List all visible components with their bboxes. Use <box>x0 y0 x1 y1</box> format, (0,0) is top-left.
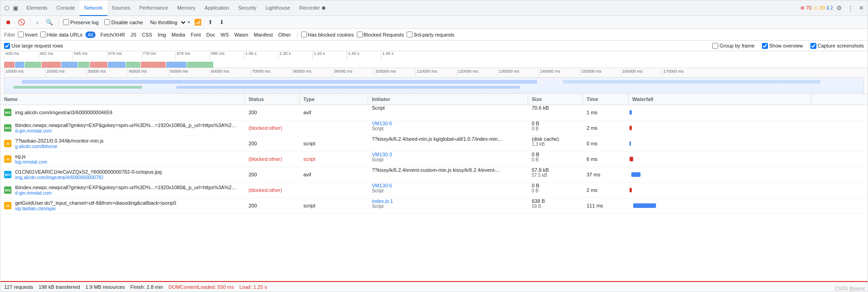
capture-screenshots-checkbox[interactable] <box>810 43 816 49</box>
show-overview-checkbox[interactable] <box>762 43 768 49</box>
filter-type-other[interactable]: Other <box>276 32 293 38</box>
invert-text: Invert <box>25 32 37 37</box>
filter-type-media[interactable]: Media <box>169 32 187 38</box>
initiator-secondary: Script <box>372 126 384 131</box>
blocked-requests-label[interactable]: Blocked Requests <box>357 32 404 37</box>
filter-all-btn[interactable]: All <box>85 32 95 38</box>
ruler-tick: 1.43 s <box>312 51 347 60</box>
clear-button[interactable]: 🚫 <box>16 17 27 27</box>
has-blocked-text: Has blocked cookies <box>308 32 354 37</box>
header-type[interactable]: Type <box>300 94 368 104</box>
hide-data-urls-label[interactable]: Hide data URLs <box>40 32 83 37</box>
group-by-frame-label[interactable]: Group by frame <box>712 43 754 49</box>
tab-network[interactable]: Network <box>79 0 107 16</box>
request-name: getGoldUser.do?_input_charset=utf-8&from… <box>15 200 176 206</box>
cell-status: 200 <box>245 198 300 213</box>
has-blocked-label[interactable]: Has blocked cookies <box>301 32 354 37</box>
third-party-checkbox[interactable] <box>407 32 413 37</box>
table-row[interactable]: IMGO1CN01VEARIC1HeCaVZQxS2_!!60000000007… <box>0 167 868 183</box>
search-button[interactable]: 🔍 <box>43 17 55 27</box>
cell-size: (disk cache)1.3 kB <box>528 136 583 151</box>
invert-checkbox[interactable] <box>18 32 24 37</box>
disable-cache-label[interactable]: Disable cache <box>102 19 145 25</box>
filter-type-manifest[interactable]: Manifest <box>252 32 275 38</box>
devtools-tab-bar: ⬡ ▣ ElementsConsoleNetworkSourcesPerform… <box>0 0 868 16</box>
filter-type-css[interactable]: CSS <box>140 32 155 38</box>
large-rows-checkbox[interactable] <box>4 43 10 49</box>
tab-memory[interactable]: Memory <box>173 0 200 16</box>
large-rows-label[interactable]: Use large request rows <box>4 43 63 49</box>
table-row[interactable]: IMGtbindex.newpc.newpcall?gmkey=EXP&goke… <box>0 121 868 136</box>
file-type-icon: IMG <box>4 124 11 132</box>
table-row[interactable]: IMGtbindex.newpc.newpcall?gmkey=EXP&goke… <box>0 183 868 198</box>
timeline-label: 70000 ms <box>251 69 292 76</box>
table-row[interactable]: IMGimg.alicdn.com/imgextra/i3/6000000004… <box>0 105 868 121</box>
settings-icon[interactable]: ⚙ <box>835 3 844 13</box>
cell-waterfall <box>629 183 683 198</box>
header-status[interactable]: Status <box>245 94 300 104</box>
cell-initiator: VM130:6Script <box>368 121 528 136</box>
table-row[interactable]: JSgetGoldUser.do?_input_charset=utf-8&fr… <box>0 198 868 214</box>
show-overview-label[interactable]: Show overview <box>762 43 803 49</box>
invert-label[interactable]: Invert <box>18 32 37 37</box>
hide-data-urls-checkbox[interactable] <box>40 32 46 37</box>
device-icon[interactable]: ▣ <box>11 3 20 13</box>
filter-type-fetch/xhr[interactable]: Fetch/XHR <box>98 32 127 38</box>
ruler-tick: 995 ms <box>210 51 244 60</box>
filter-type-img[interactable]: Img <box>155 32 168 38</box>
watermark: CSDN @jiayuc <box>835 286 865 291</box>
info-count: ℹ 2 <box>827 5 833 11</box>
tab-recorder--[interactable]: Recorder ⏺ <box>295 0 331 16</box>
timeline-overview[interactable]: 10000 ms20000 ms30000 ms40000 ms50000 ms… <box>0 68 868 94</box>
import-icon[interactable]: ⬆ <box>206 17 215 27</box>
cell-size: 638 B59 B <box>528 198 583 213</box>
header-time[interactable]: Time <box>583 94 629 104</box>
filter-type-js[interactable]: JS <box>128 32 139 38</box>
preserve-log-checkbox[interactable] <box>63 19 69 25</box>
ruler-bar <box>141 62 166 68</box>
more-icon[interactable]: ⋮ <box>846 3 855 13</box>
table-row[interactable]: JSeg.jslog.mmstat.com(blocked:other)scri… <box>0 152 868 167</box>
tab-security[interactable]: Security <box>233 0 261 16</box>
header-waterfall[interactable]: Waterfall <box>629 94 811 104</box>
tab-sources[interactable]: Sources <box>107 0 135 16</box>
filter-type-doc[interactable]: Doc <box>204 32 217 38</box>
cell-size: 0 B0 B <box>528 121 583 136</box>
filter-type-wasm[interactable]: Wasm <box>232 32 251 38</box>
close-devtools-icon[interactable]: ✕ <box>857 3 866 13</box>
tab-console[interactable]: Console <box>52 0 79 16</box>
tab-performance[interactable]: Performance <box>135 0 173 16</box>
has-blocked-checkbox[interactable] <box>301 32 307 37</box>
filter-type-font[interactable]: Font <box>188 32 203 38</box>
disable-cache-checkbox[interactable] <box>104 19 110 25</box>
third-party-label[interactable]: 3rd-party requests <box>407 32 454 37</box>
cell-name: IMGtbindex.newpc.newpcall?gmkey=EXP&goke… <box>0 121 245 136</box>
blocked-requests-checkbox[interactable] <box>357 32 363 37</box>
export-icon[interactable]: ⬇ <box>217 17 227 27</box>
table-row[interactable]: JS??taobao-2021/0.0.34/lib/monitor-min.j… <box>0 136 868 152</box>
wifi-icon[interactable]: 📶 <box>192 17 204 27</box>
preserve-log-label[interactable]: Preserve log <box>61 19 101 25</box>
group-by-frame-checkbox[interactable] <box>712 43 718 49</box>
timeline-label: 10000 ms <box>4 69 45 76</box>
cell-type <box>300 183 368 198</box>
tab-application[interactable]: Application <box>200 0 234 16</box>
cell-type: script <box>300 136 368 151</box>
filter-icon-button[interactable]: ⬦ <box>33 17 42 27</box>
capture-screenshots-label[interactable]: Capture screenshots <box>810 43 864 49</box>
ruler-bar <box>126 62 140 68</box>
type-value: avif <box>303 172 311 177</box>
record-button[interactable]: ⏺ <box>3 17 14 27</box>
timeline-label: 100000 ms <box>374 69 415 76</box>
ruler-tick: 1.95 s <box>381 51 415 60</box>
filter-type-ws[interactable]: WS <box>218 32 231 38</box>
inspect-icon[interactable]: ⬡ <box>2 3 11 13</box>
header-initiator[interactable]: Initiator <box>368 94 528 104</box>
header-size[interactable]: Size <box>528 94 583 104</box>
tab-lighthouse[interactable]: Lighthouse <box>261 0 295 16</box>
throttle-select[interactable]: No throttling <box>147 18 187 27</box>
header-name[interactable]: Name <box>0 94 245 104</box>
tab-elements[interactable]: Elements <box>22 0 52 16</box>
waterfall-bar <box>630 126 632 130</box>
cell-initiator: ??kissy/k/6.2.4/seed-min.js kg/global-ut… <box>368 136 528 151</box>
